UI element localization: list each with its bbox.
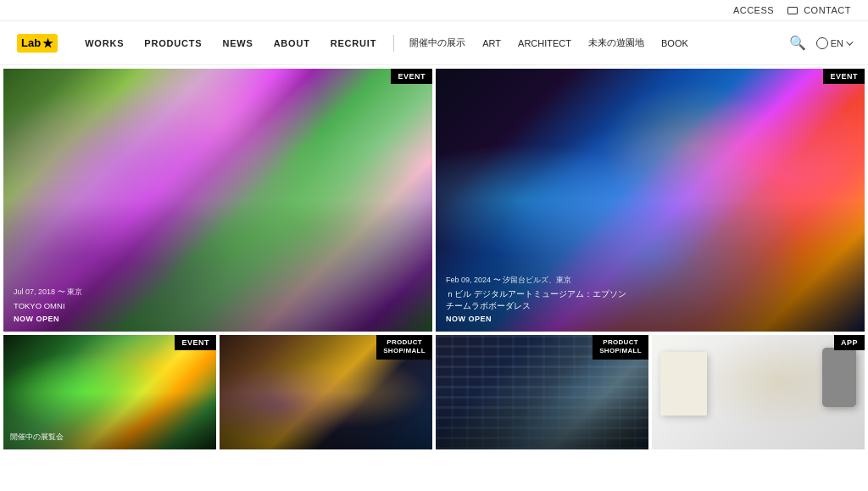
access-link[interactable]: ACCESS (733, 5, 774, 15)
nav-exhibiting[interactable]: 開催中の展示 (401, 36, 474, 49)
card-exhibition-title: 開催中の展覧会 (10, 432, 64, 443)
card-flower-text: Jul 07, 2018 〜 東京 TOKYO OMNI NOW OPEN (14, 287, 82, 323)
nav-book[interactable]: BOOK (653, 38, 697, 48)
chevron-down-icon (846, 38, 853, 45)
card-screen[interactable]: PRODUCT SHOP/MALL (436, 335, 648, 449)
card-app-bg (652, 335, 865, 449)
badge-event-flower: EVENT (391, 69, 432, 84)
card-digital-status: NOW OPEN (446, 315, 632, 323)
nav-links: WORKS PRODUCTS NEWS ABOUT RECRUIT 開催中の展示… (75, 35, 789, 52)
search-icon[interactable]: 🔍 (789, 35, 806, 51)
app-book-decoration (660, 352, 707, 416)
top-bar: ACCESS CONTACT (0, 0, 868, 21)
card-flower-date: Jul 07, 2018 〜 東京 (14, 287, 82, 298)
badge-app: APP (834, 335, 865, 350)
logo-box: Lab ★ (17, 34, 58, 53)
main-grid: EVENT Jul 07, 2018 〜 東京 TOKYO OMNI NOW O… (0, 65, 868, 335)
card-digital-date: Feb 09, 2024 〜 汐留台ビルズ、東京 (446, 275, 632, 286)
access-label: ACCESS (733, 5, 774, 15)
badge-event-exhibition: EVENT (175, 335, 216, 350)
language-selector[interactable]: EN (816, 37, 851, 49)
card-digital-title: ｎビル デジタルアートミュージアム：エプソンチームラボボーダレス (446, 288, 632, 311)
card-app[interactable]: APP (652, 335, 865, 449)
lang-label: EN (831, 38, 843, 48)
nav-right: 🔍 EN (789, 35, 851, 51)
nav-art[interactable]: ART (474, 38, 509, 48)
card-flower[interactable]: EVENT Jul 07, 2018 〜 東京 TOKYO OMNI NOW O… (3, 69, 432, 332)
badge-product-screen: PRODUCT SHOP/MALL (593, 335, 648, 360)
nav-works[interactable]: WORKS (75, 38, 134, 48)
card-flower-status: NOW OPEN (14, 315, 82, 323)
card-flower-title: TOKYO OMNI (14, 300, 82, 311)
nav-architect[interactable]: ARCHITECT (509, 38, 580, 48)
nav-recruit[interactable]: RECRUIT (320, 38, 387, 48)
nav-future[interactable]: 未来の遊園地 (580, 36, 653, 49)
badge-event-digital: EVENT (823, 69, 865, 84)
card-digital[interactable]: EVENT Feb 09, 2024 〜 汐留台ビルズ、東京 ｎビル デジタルア… (436, 69, 865, 332)
contact-label: CONTACT (804, 5, 851, 15)
small-grid: EVENT 開催中の展覧会 PRODUCT SHOP/MALL PRODUCT … (0, 335, 868, 453)
card-digital-text: Feb 09, 2024 〜 汐留台ビルズ、東京 ｎビル デジタルアートミュージ… (446, 275, 632, 323)
card-exhibition[interactable]: EVENT 開催中の展覧会 (3, 335, 216, 449)
navbar: Lab ★ WORKS PRODUCTS NEWS ABOUT RECRUIT … (0, 21, 868, 65)
badge-product-store: PRODUCT SHOP/MALL (376, 335, 432, 360)
card-store[interactable]: PRODUCT SHOP/MALL (220, 335, 432, 449)
app-phone-decoration (822, 348, 856, 407)
nav-news[interactable]: NEWS (212, 38, 263, 48)
contact-link[interactable]: CONTACT (787, 5, 851, 15)
logo[interactable]: Lab ★ (17, 34, 58, 53)
card-exhibition-text: 開催中の展覧会 (10, 432, 64, 443)
logo-text: Lab (21, 36, 41, 49)
nav-about[interactable]: ABOUT (264, 38, 320, 48)
globe-icon (816, 37, 828, 49)
nav-products[interactable]: PRODUCTS (134, 38, 212, 48)
mail-icon (787, 7, 798, 14)
logo-star: ★ (42, 36, 53, 50)
nav-divider (393, 35, 394, 52)
